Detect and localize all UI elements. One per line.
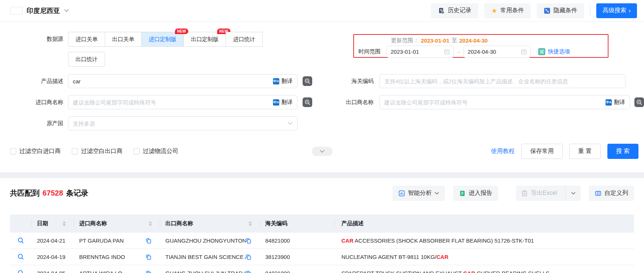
copy-icon[interactable] [246,254,251,260]
tab-export-declaration[interactable]: 出口关单 [105,32,142,47]
row-exporter: GUANGZHOU ZHONGYUNTON [165,237,246,244]
sort-icons[interactable] [63,221,66,226]
start-date-value: 2023-01-01 [391,49,444,55]
filter-logistics-checkbox[interactable]: 过滤物流公司 [134,147,178,155]
save-conditions-button[interactable]: 保存常用 [521,144,563,159]
row-detail-search-icon[interactable] [17,253,24,260]
origin-select[interactable] [68,116,297,130]
importer-field: 中A 翻译 [68,95,297,109]
tab-import-statistics[interactable]: 进口统计 [226,32,263,47]
reset-button[interactable]: 重 置 [569,144,600,159]
time-range-row: 时间范围 2023-01-01 – 2024-04-30 ⌘ 快捷选项 [358,46,603,58]
end-date-input[interactable]: 2024-04-30 [463,46,531,58]
translate-button[interactable]: 中A 翻译 [273,99,293,106]
calendar-icon [444,49,450,55]
sort-icons[interactable] [249,221,252,226]
row-detail-search-icon[interactable] [17,270,24,273]
custom-columns-button[interactable]: 自定义列 [589,186,634,201]
hs-code-input[interactable] [384,78,621,84]
importer-input[interactable] [73,99,273,106]
trade-data-search-page: 印度尼西亚 历史记录 ★ 常用条件 隐藏条件 [0,0,644,273]
origin-input[interactable] [73,120,285,127]
export-excel-button[interactable]: 导出Excel [516,186,562,201]
favorites-button[interactable]: ★ 常用条件 [484,3,531,18]
checkbox-label: 过滤物流公司 [143,147,178,155]
export-icon [521,190,528,197]
row-exporter: TIANJIN BEST GAIN SCIENCE AN [165,254,246,260]
advanced-search-button[interactable]: 高级搜索 › [596,3,637,18]
country-selector[interactable]: 印度尼西亚 [10,6,69,15]
row-detail-search-icon[interactable] [17,237,24,244]
copy-icon[interactable] [246,238,251,244]
fuzzy-search-toggle[interactable] [634,97,644,107]
product-desc-input[interactable] [73,78,273,84]
tab-label: 进口定制版 [149,36,176,43]
translate-button[interactable]: 中A 翻译 [273,78,293,85]
smart-analysis-button[interactable]: 智能分析 [392,186,445,201]
collapse-panel-button[interactable] [312,147,333,156]
new-badge: NEW [175,29,188,34]
tab-import-declaration[interactable]: 进口关单 [68,32,105,47]
indonesia-flag-icon [10,7,23,14]
exporter-field: 中A 翻译 [380,95,630,109]
date-separator: – [457,49,460,55]
row-hs-code: 84821000 [265,270,290,273]
row-date: 2024-04-19 [37,254,65,260]
update-range-to: 至 [452,37,457,44]
tab-export-statistics[interactable]: 出口统计 [68,52,105,67]
exporter-input[interactable] [384,99,606,106]
export-excel-label: 导出Excel [531,189,557,197]
enter-report-button[interactable]: 进入报告 [453,186,498,201]
history-button[interactable]: 历史记录 [431,3,478,18]
row-importer: ARTHA WIRA LO [79,270,122,273]
results-count: 共匹配到 67528 条记录 [10,188,88,198]
header-label: 进口商名称 [79,220,107,227]
quick-options-link[interactable]: ⌘ 快捷选项 [538,48,570,55]
hs-code-field [380,74,626,88]
section-separator [0,172,644,178]
fuzzy-search-toggle[interactable] [303,97,312,107]
hs-code-column-header: 海关编码 [260,214,335,233]
enter-report-label: 进入报告 [469,189,492,197]
search-button[interactable]: 搜 索 [607,144,638,159]
filter-blank-exporter-checkbox[interactable]: 过滤空白出口商 [72,147,122,155]
row-importer: BRENNTAG INDO [79,254,125,260]
tab-export-custom[interactable]: 出口定制版 NEW [183,32,226,47]
results-section: 共匹配到 67528 条记录 智能分析 进入报告 [0,178,644,273]
checkbox [134,148,140,154]
time-range-box: 更新范围： 2023-01-01 至 2024-04-30 时间范围 2023-… [353,34,608,58]
row-description: NUCLEATING AGENT BT-9811 10KG/CAR [335,249,634,265]
chevron-down-icon [571,192,576,195]
tab-import-custom[interactable]: 进口定制版 NEW [141,32,184,47]
form-row-2: 进口商名称 中A 翻译 出口商名称 中A 翻译 [0,95,644,109]
copy-icon[interactable] [246,270,251,273]
collapse-icon [544,7,550,14]
advanced-search-label: 高级搜索 [603,7,626,14]
fuzzy-search-toggle[interactable] [303,76,312,86]
filter-blank-importer-checkbox[interactable]: 过滤空白进口商 [10,147,61,155]
hide-conditions-label: 隐藏条件 [553,7,577,14]
copy-icon[interactable] [146,238,151,244]
date-column-header: 日期 [32,214,74,233]
checkbox [10,148,16,154]
translate-icon: 中A [273,78,279,84]
sort-icons[interactable] [149,221,152,226]
header-label: 产品描述 [341,220,364,227]
copy-icon[interactable] [146,270,151,273]
start-date-input[interactable]: 2023-01-01 [387,46,454,58]
datasource-tabs: 进口关单 出口关单 进口定制版 NEW 出口定制版 NEW 进口统计 出口统计 [68,32,290,67]
results-toolbar: 共匹配到 67528 条记录 智能分析 进入报告 [10,186,634,201]
row-description: SPAREPART TRUCK SUCTION AND EXHAUST CAR … [335,265,634,273]
translate-label: 翻译 [614,99,625,106]
results-actions: 智能分析 进入报告 导出Excel [392,186,634,201]
export-options-dropdown[interactable] [565,186,581,201]
hs-code-label: 海关编码 [312,78,380,85]
copy-icon[interactable] [146,254,151,260]
table-row: 2024-04-05 ARTHA WIRA LO GUANG ZHOU SHI … [10,265,634,273]
translate-button[interactable]: 中A 翻译 [606,99,625,106]
row-description: CAR ACCESSORIES (SHOCK ABSORBER FLAT BEA… [335,233,634,249]
tab-label: 出口定制版 [191,36,219,43]
hide-conditions-button[interactable]: 隐藏条件 [537,3,584,18]
datasource-label: 数据源 [0,36,68,67]
tutorial-link[interactable]: 使用教程 [491,147,515,155]
